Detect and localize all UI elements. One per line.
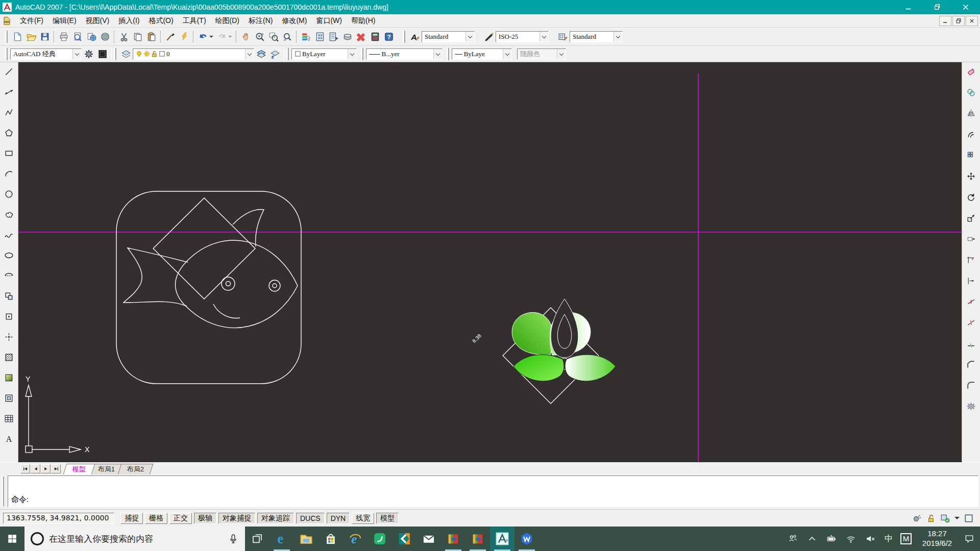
- menu-tools[interactable]: 工具(T): [178, 14, 211, 27]
- taskbar-clock[interactable]: 18:27 2019/6/2: [916, 529, 959, 548]
- microphone-icon[interactable]: [228, 533, 239, 544]
- zoom-previous-button[interactable]: [280, 30, 294, 43]
- color-combo[interactable]: ByLayer: [291, 48, 357, 60]
- command-input-area[interactable]: 命令:: [8, 475, 978, 507]
- volume-muted-icon[interactable]: [862, 527, 879, 551]
- toggle-dyn[interactable]: DYN: [327, 513, 350, 524]
- polyline-tool[interactable]: [2, 105, 16, 119]
- command-window-grip[interactable]: [2, 477, 4, 506]
- menu-dimension[interactable]: 标注(N): [244, 14, 277, 27]
- erase-tool[interactable]: [964, 64, 978, 79]
- pan-button[interactable]: [239, 30, 253, 43]
- cut-button[interactable]: [117, 30, 131, 43]
- menu-format[interactable]: 格式(O): [144, 14, 178, 27]
- chevron-down-icon[interactable]: [614, 32, 622, 42]
- menu-window[interactable]: 窗口(W): [311, 14, 347, 27]
- hatch-tool[interactable]: [2, 350, 16, 364]
- line-tool[interactable]: [2, 64, 16, 79]
- explode-tool[interactable]: [964, 399, 978, 413]
- toolbar-grip[interactable]: [403, 31, 405, 43]
- array-tool[interactable]: [964, 148, 978, 162]
- plot-button[interactable]: [57, 30, 70, 43]
- table-tool[interactable]: [2, 411, 16, 425]
- fillet-tool[interactable]: [964, 378, 978, 392]
- layer-manager-button[interactable]: [254, 47, 268, 61]
- polygon-tool[interactable]: [2, 126, 16, 140]
- menu-modify[interactable]: 修改(M): [277, 14, 311, 27]
- menu-help[interactable]: 帮助(H): [347, 14, 380, 27]
- table-style-combo[interactable]: Standard: [570, 31, 623, 42]
- chevron-down-icon[interactable]: [465, 32, 474, 42]
- taskbar-app-file-explorer[interactable]: [294, 527, 318, 551]
- chevron-down-icon[interactable]: [540, 32, 548, 42]
- child-minimize-button[interactable]: [939, 16, 951, 26]
- status-menu-chevron[interactable]: [954, 517, 960, 522]
- trim-tool[interactable]: [964, 253, 978, 267]
- workspace-combo[interactable]: AutoCAD 经典: [10, 48, 82, 60]
- tab-last-button[interactable]: [51, 464, 61, 473]
- restore-button[interactable]: [923, 0, 951, 14]
- tab-model[interactable]: 模型: [63, 464, 95, 474]
- rotate-tool[interactable]: [964, 190, 978, 204]
- design-center-button[interactable]: [313, 30, 327, 43]
- menu-draw[interactable]: 绘图(D): [211, 14, 244, 27]
- ime-mode-indicator[interactable]: M: [898, 527, 914, 551]
- open-file-button[interactable]: [24, 30, 38, 43]
- copy-clip-button[interactable]: [131, 30, 144, 43]
- sheet-set-manager-button[interactable]: [340, 30, 354, 43]
- toggle-ducs[interactable]: DUCS: [296, 513, 325, 524]
- publish-button[interactable]: [84, 30, 98, 43]
- linetype-combo[interactable]: ——— B...yer: [366, 48, 443, 60]
- tool-palettes-button[interactable]: [327, 30, 340, 43]
- coordinates-readout[interactable]: 1363.7558, 34.9821, 0.0000: [3, 513, 114, 524]
- rectangle-tool[interactable]: [2, 146, 16, 160]
- drawing-canvas[interactable]: 8.38 Y X: [18, 62, 962, 462]
- quick-calc-button[interactable]: [368, 30, 382, 43]
- table-style-button[interactable]: [556, 30, 570, 43]
- menu-view[interactable]: 视图(V): [81, 14, 114, 27]
- toggle-otrack[interactable]: 对象追踪: [257, 513, 294, 524]
- paste-button[interactable]: [144, 30, 158, 43]
- join-tool[interactable]: [964, 336, 978, 350]
- layer-properties-button[interactable]: [119, 47, 133, 61]
- tab-previous-button[interactable]: [31, 464, 40, 473]
- region-tool[interactable]: [2, 391, 16, 405]
- ellipse-tool[interactable]: [2, 248, 16, 262]
- stretch-tool[interactable]: [964, 232, 978, 246]
- multiline-text-tool[interactable]: A: [2, 432, 16, 446]
- workspace-settings-button[interactable]: [82, 47, 95, 61]
- markup-set-manager-button[interactable]: [354, 30, 368, 43]
- new-file-button[interactable]: [10, 30, 24, 43]
- help-button[interactable]: ?: [382, 30, 396, 43]
- child-restore-button[interactable]: [952, 16, 965, 26]
- tab-layout2[interactable]: 布局2: [118, 464, 154, 474]
- taskbar-app-wps[interactable]: [514, 527, 539, 551]
- zoom-window-button[interactable]: [266, 30, 280, 43]
- taskbar-app-cad-viewer-2[interactable]: [465, 527, 490, 551]
- match-cell-button[interactable]: [177, 30, 191, 43]
- fish-drawing[interactable]: [116, 191, 301, 384]
- redo-button[interactable]: [215, 30, 229, 43]
- chevron-down-icon[interactable]: [503, 49, 511, 59]
- unlock-icon[interactable]: [926, 513, 936, 523]
- clean-screen-icon[interactable]: [964, 513, 974, 523]
- menu-edit[interactable]: 编辑(E): [48, 14, 81, 27]
- menu-file[interactable]: 文件(F): [15, 14, 48, 27]
- circle-tool[interactable]: [2, 187, 16, 201]
- dim-style-combo[interactable]: ISO-25: [496, 31, 549, 42]
- text-style-combo[interactable]: Standard: [422, 31, 475, 42]
- chevron-down-icon[interactable]: [72, 49, 81, 59]
- offset-tool[interactable]: [964, 127, 978, 141]
- construction-line-tool[interactable]: [2, 85, 16, 99]
- action-center-icon[interactable]: [961, 527, 978, 551]
- toolbar-grip[interactable]: [5, 31, 8, 43]
- break-at-point-tool[interactable]: [964, 294, 978, 309]
- toggle-osnap[interactable]: 对象捕捉: [218, 513, 255, 524]
- text-style-button[interactable]: A: [408, 30, 422, 43]
- lineweight-combo[interactable]: —— ByLaye: [452, 48, 512, 60]
- toggle-ortho[interactable]: 正交: [169, 513, 192, 524]
- toolbar-grip[interactable]: [114, 48, 116, 60]
- toggle-grid[interactable]: 栅格: [145, 513, 167, 524]
- task-view-button[interactable]: [245, 527, 270, 551]
- zoom-realtime-button[interactable]: ±: [253, 30, 266, 43]
